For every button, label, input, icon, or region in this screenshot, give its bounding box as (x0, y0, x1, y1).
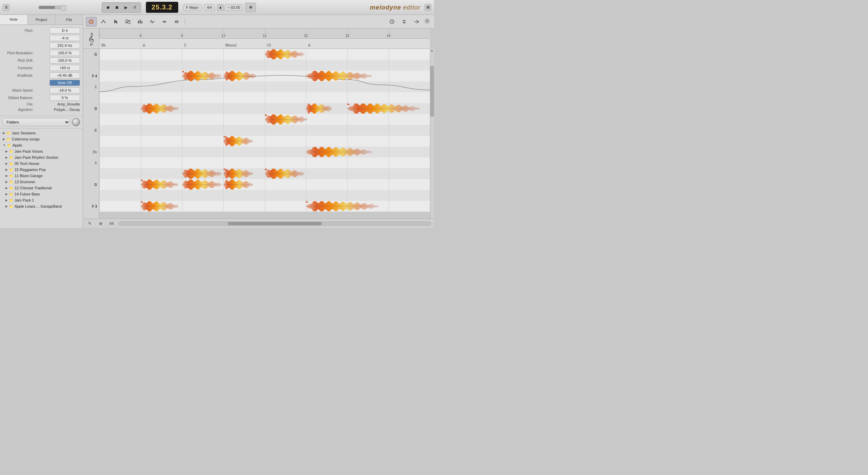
folder-item[interactable]: ▶ 📁 14 Future Bass (0, 191, 83, 197)
tempo-up[interactable]: ▲ (217, 4, 224, 11)
tool-pitch[interactable] (98, 17, 109, 26)
tool-cursor[interactable] (110, 17, 121, 26)
horizontal-scrollbar-thumb[interactable] (228, 222, 321, 225)
progress-bar[interactable] (39, 6, 66, 9)
folder-item[interactable]: ▶ 📁 05 Tech House (0, 160, 83, 167)
chord-bar: Bbd-CBbsus2C5d- (99, 39, 430, 49)
pitch-label: E (95, 85, 97, 89)
tool-quantize[interactable] (387, 17, 397, 26)
note-blob[interactable] (306, 201, 379, 211)
folder-item[interactable]: ▶ 📁 Jam Pack 1 (0, 197, 83, 203)
folder-arrow-icon: ▼ (3, 144, 6, 147)
pitch-drift-value[interactable]: 100.0 % (50, 57, 80, 63)
cents-value[interactable]: -4 ct (50, 35, 80, 41)
note-blob[interactable] (306, 103, 332, 114)
folder-item[interactable]: ▶ 📁 Jam Pack Voices (0, 148, 83, 154)
folder-item[interactable]: ▶ 📁 13 Drummer (0, 179, 83, 185)
status-grid-tool[interactable]: ## (107, 220, 116, 227)
tempo-display[interactable]: ~ 83.00 (224, 4, 243, 11)
sibilant-row: Sibilant Balance: 0 % (3, 95, 80, 101)
pitch-drift-label: Pitch Drift: (3, 59, 33, 62)
file-row: File: Amp_Roxette (3, 102, 80, 106)
folder-knob[interactable] (72, 118, 80, 126)
metronome-button[interactable]: ⊕ (245, 3, 256, 12)
note-blob[interactable] (182, 169, 222, 179)
key-display[interactable]: F Major (183, 4, 202, 11)
folder-item[interactable]: ▼ 📁 Apple (0, 142, 83, 148)
play-button[interactable]: ▶ (122, 3, 130, 12)
tool-amp[interactable] (135, 17, 145, 26)
pitch-deviation-marker (223, 168, 226, 170)
note-blob[interactable] (306, 71, 372, 81)
folder-item[interactable]: ▶ 📁 15 Reggaeton Pop (0, 167, 83, 173)
amplitude-value[interactable]: +8.40 dB (50, 72, 80, 78)
time-signature[interactable]: 4/4 (204, 4, 215, 11)
folder-item[interactable]: ▶ 📁 Jazz Sessions (0, 130, 83, 136)
folder-icon: 📁 (9, 174, 13, 178)
treble-clef-icon: 𝄞 (88, 33, 94, 44)
settings-gear[interactable] (423, 17, 431, 25)
folder-name: Apple (13, 143, 22, 147)
pitch-deviation-marker (140, 179, 143, 181)
amplitude-row: Amplitude: +8.40 dB (3, 72, 80, 78)
vertical-scrollbar-thumb[interactable] (430, 66, 434, 117)
note-blob[interactable] (265, 169, 304, 179)
vertical-scrollbar[interactable]: ≡ (430, 49, 434, 218)
folder-item[interactable]: ▶ 📁 Apple Loops ... GarageBand (0, 203, 83, 209)
horizontal-scrollbar[interactable] (118, 222, 431, 226)
note-blob[interactable] (265, 114, 308, 125)
stop-button[interactable]: ⏹ (113, 3, 121, 12)
folder-item[interactable]: ▶ 📁 Celemony songs (0, 136, 83, 142)
note-blob[interactable] (141, 103, 179, 114)
tool-pitch-snap[interactable] (122, 17, 133, 26)
tab-file[interactable]: File (55, 15, 83, 24)
folder-item[interactable]: ▶ 📁 11 Blues Garage (0, 173, 83, 179)
pitch-value[interactable]: D 4 (50, 27, 80, 34)
tab-project[interactable]: Project (28, 15, 56, 24)
tab-note[interactable]: Note (0, 15, 28, 24)
folder-name: 11 Blues Garage (15, 174, 43, 178)
loop-button[interactable]: ↺ (131, 3, 139, 12)
folder-icon: 📁 (9, 192, 13, 196)
attack-value[interactable]: -18.0 % (50, 87, 80, 93)
note-blob[interactable] (306, 147, 372, 157)
folder-arrow-icon: ▶ (3, 131, 5, 135)
note-blob[interactable] (141, 201, 179, 211)
note-blob[interactable] (223, 169, 253, 179)
folder-name: 15 Reggaeton Pop (15, 168, 46, 172)
tool-time[interactable] (159, 17, 170, 26)
status-add-tool[interactable]: ⊕ (97, 220, 105, 227)
tool-spread[interactable] (411, 17, 422, 26)
formants-value[interactable]: +60 ct (50, 65, 80, 71)
note-off-button[interactable]: Note Off (50, 80, 80, 86)
hz-value[interactable]: 292.9 Hz (50, 42, 80, 49)
tool-center[interactable] (399, 17, 410, 26)
pitch-mod-value[interactable]: 100.0 % (50, 50, 80, 56)
note-blob[interactable] (141, 179, 179, 190)
pitch-label: F 4 (92, 74, 97, 78)
sidebar-toggle[interactable]: ☰ (3, 4, 9, 11)
folder-item[interactable]: ▶ 📁 Jam Pack Rhythm Section (0, 154, 83, 160)
folder-item[interactable]: ▶ 📁 12 Chinese Traditional (0, 185, 83, 191)
note-blob[interactable] (182, 71, 222, 81)
status-draw-tool[interactable]: ✎ (86, 220, 94, 227)
fullscreen-button[interactable]: ⊞ (425, 4, 431, 11)
note-blob[interactable] (223, 136, 253, 146)
pitch-label: D (95, 107, 97, 111)
folder-dropdown[interactable]: Folders (3, 118, 70, 126)
note-blob[interactable] (265, 49, 304, 59)
file-value: Amp_Roxette (57, 102, 80, 106)
note-grid[interactable] (99, 49, 430, 212)
note-grid-container[interactable]: 7891011121314 Bbd-CBbsus2C5d- ≡ (99, 28, 434, 218)
chord-label: C5 (267, 43, 271, 47)
tool-formant[interactable] (147, 17, 158, 26)
note-blob[interactable] (347, 103, 420, 114)
note-blob[interactable] (223, 71, 257, 81)
note-blob[interactable] (182, 179, 222, 190)
record-button[interactable]: ⏺ (104, 3, 112, 12)
tool-note[interactable] (171, 17, 182, 26)
tool-select[interactable] (86, 17, 97, 26)
note-blob[interactable] (223, 179, 253, 190)
sibilant-value[interactable]: 0 % (50, 95, 80, 101)
folder-icon: 📁 (9, 205, 13, 208)
